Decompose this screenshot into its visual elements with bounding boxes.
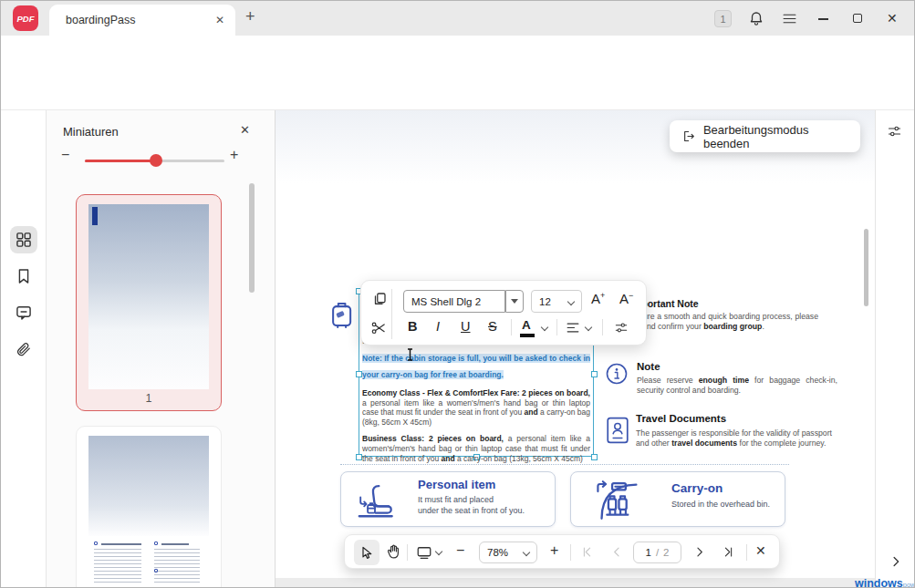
- attachment-icon[interactable]: [15, 340, 33, 358]
- selection-handle[interactable]: [591, 371, 598, 377]
- text-format-toolbar: MS Shell Dlg 2 12 A+ A− B I U S A: [360, 280, 647, 346]
- pointer-icon: [359, 545, 374, 561]
- font-color-button[interactable]: A: [522, 318, 531, 332]
- copy-icon[interactable]: [371, 291, 388, 307]
- pdf-editor-window: { "icons": { "close_glyph": "✕", "plus_g…: [0, 0, 915, 588]
- increase-font-size-button[interactable]: A+: [591, 291, 605, 306]
- thumbnail-size-increase[interactable]: +: [230, 147, 238, 163]
- previous-page-button[interactable]: [610, 545, 624, 559]
- text-align-button[interactable]: [566, 321, 580, 335]
- slider-fill: [85, 160, 156, 162]
- page-thumbnail-2[interactable]: [76, 426, 222, 588]
- panel-scrollbar[interactable]: [249, 183, 255, 293]
- bookmark-icon[interactable]: [15, 267, 33, 285]
- font-family-select[interactable]: MS Shell Dlg 2: [403, 290, 505, 313]
- bold-button[interactable]: B: [408, 319, 417, 334]
- selection-handle[interactable]: [591, 454, 598, 460]
- travel-documents-icon: [605, 415, 630, 446]
- tab-title: boardingPass: [66, 14, 215, 26]
- sidebar-item-thumbnails[interactable]: [10, 226, 37, 253]
- italic-button[interactable]: I: [436, 319, 440, 334]
- hamburger-menu-icon[interactable]: [782, 12, 797, 26]
- strikethrough-button[interactable]: S: [488, 319, 497, 334]
- title-bar: PDF boardingPass ✕ + 1 ✕: [1, 1, 914, 36]
- dotted-divider: [340, 464, 789, 465]
- page-thumbnail-1-selected[interactable]: 1: [76, 194, 222, 411]
- chevron-down-icon: [523, 549, 530, 556]
- close-toolbar-button[interactable]: ✕: [755, 543, 766, 558]
- seat-icon: [354, 480, 396, 521]
- slider-thumb[interactable]: [150, 154, 162, 167]
- window-maximize-button[interactable]: [853, 14, 862, 23]
- note-body: Please reserve enough time for baggage c…: [637, 376, 837, 395]
- edit-toolbar: Alle bearbeiten Text hinzufügen Bild hin…: [1, 76, 914, 110]
- exit-edit-mode-button[interactable]: Bearbeitungsmodus beenden: [670, 120, 860, 152]
- view-toolbar: − 78% + 1 / 2 ✕: [344, 534, 780, 569]
- chevron-down-icon: [567, 297, 575, 304]
- select-tool-button[interactable]: [354, 540, 380, 565]
- chevron-down-icon[interactable]: [435, 548, 442, 555]
- comment-icon[interactable]: [15, 304, 33, 322]
- chevron-down-icon[interactable]: [585, 324, 592, 331]
- zoom-in-button[interactable]: +: [550, 542, 558, 559]
- hand-tool-button[interactable]: [385, 542, 401, 561]
- important-note-body: To ensure a smooth and quick boarding pr…: [619, 312, 818, 331]
- tab-close-icon[interactable]: ✕: [215, 14, 224, 26]
- exit-icon: [681, 129, 696, 144]
- sidebar-rail: [1, 110, 47, 588]
- page-1-preview: [88, 204, 209, 389]
- thumbnails-grid-icon: [15, 231, 33, 249]
- dropdown-triangle-icon: [511, 299, 518, 304]
- thumbnails-panel: Miniaturen ✕ − + 1: [47, 110, 276, 588]
- watermark: windowspower.: [855, 574, 915, 588]
- panel-close-button[interactable]: ✕: [240, 123, 250, 137]
- font-family-dropdown-button[interactable]: [505, 290, 524, 313]
- selection-handle[interactable]: [356, 371, 362, 377]
- carry-on-title: Carry-on: [671, 481, 723, 495]
- zoom-level-select[interactable]: 78%: [479, 542, 537, 563]
- expand-panel-chevron-right[interactable]: [888, 553, 904, 570]
- new-tab-button[interactable]: +: [245, 7, 255, 26]
- page-2-preview: [88, 436, 209, 536]
- decrease-font-size-button[interactable]: A−: [619, 291, 633, 306]
- underline-button[interactable]: U: [461, 319, 470, 334]
- properties-rail: [875, 110, 915, 588]
- last-page-button[interactable]: [722, 545, 735, 559]
- editable-text-block[interactable]: 56cm X 45cm). Note: If the cabin storage…: [362, 336, 590, 463]
- page-gap: [276, 578, 875, 588]
- overhead-bin-icon: [591, 477, 642, 524]
- panel-title: Miniaturen: [63, 125, 119, 139]
- page-display-mode-button[interactable]: [416, 545, 432, 560]
- travel-documents-body: The passenger is responsible for the val…: [636, 428, 832, 448]
- next-page-button[interactable]: [692, 545, 706, 559]
- font-size-select[interactable]: 12: [531, 290, 582, 313]
- chevron-down-icon[interactable]: [541, 324, 548, 331]
- selection-handle[interactable]: [356, 454, 362, 460]
- document-scrollbar[interactable]: [864, 229, 868, 306]
- cut-icon[interactable]: [370, 320, 387, 336]
- economy-class-paragraph: Economy Class - Flex & ComfortFlex Fare:…: [362, 388, 590, 427]
- app-logo: PDF: [13, 5, 38, 31]
- text-cursor: [406, 348, 414, 361]
- zoom-out-button[interactable]: −: [456, 542, 464, 559]
- notification-count-badge[interactable]: 1: [714, 10, 732, 27]
- note-highlighted-paragraph: Note: If the cabin storage is full, you …: [362, 348, 590, 381]
- window-minimize-button[interactable]: [818, 18, 828, 20]
- note-title: Note: [637, 361, 660, 372]
- window-close-button[interactable]: ✕: [887, 11, 898, 26]
- text-settings-icon[interactable]: [613, 320, 629, 335]
- personal-item-title: Personal item: [418, 478, 495, 491]
- menu-bar: Datei Ansicht Bearbeiten Konvertieren Ko…: [1, 36, 914, 76]
- thumbnail-size-decrease[interactable]: −: [61, 147, 69, 163]
- page-number-input[interactable]: 1 / 2: [633, 542, 681, 563]
- carry-on-card: Carry-on Stored in the overhead bin.: [570, 471, 785, 527]
- page-number-label: 1: [77, 392, 221, 405]
- first-page-button[interactable]: [580, 545, 594, 559]
- info-icon: [605, 362, 629, 386]
- document-tab[interactable]: boardingPass ✕: [49, 5, 235, 36]
- properties-settings-icon[interactable]: [886, 123, 903, 139]
- luggage-icon: [324, 298, 359, 331]
- travel-documents-title: Travel Documents: [636, 413, 726, 424]
- current-font-color-swatch: [520, 334, 535, 337]
- bell-icon[interactable]: [748, 10, 764, 26]
